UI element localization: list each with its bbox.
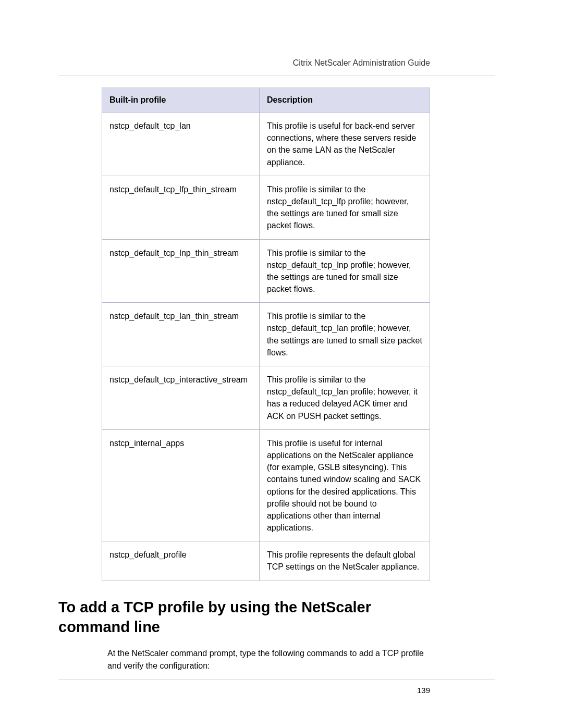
cell-description: This profile represents the default glob… (259, 541, 430, 581)
built-in-profiles-table: Built-in profile Description nstcp_defau… (102, 88, 430, 581)
table-header-row: Built-in profile Description (102, 88, 430, 113)
cell-description: This profile is similar to the nstcp_def… (259, 303, 430, 366)
main-content: Built-in profile Description nstcp_defau… (102, 88, 430, 581)
cell-profile-name: nstcp_default_tcp_lfp_thin_stream (102, 176, 260, 239)
cell-profile-name: nstcp_default_tcp_lan (102, 113, 260, 176)
cell-profile-name: nstcp_default_tcp_lnp_thin_stream (102, 239, 260, 303)
cell-description: This profile is useful for back-end serv… (259, 113, 430, 176)
cell-description: This profile is useful for internal appl… (259, 429, 430, 541)
table-row: nstcp_default_tcp_interactive_stream Thi… (102, 366, 430, 430)
document-page: Citrix NetScaler Administration Guide Bu… (0, 0, 563, 728)
cell-description: This profile is similar to the nstcp_def… (259, 366, 430, 430)
body-paragraph: At the NetScaler command prompt, type th… (107, 647, 430, 671)
cell-profile-name: nstcp_internal_apps (102, 429, 260, 541)
document-running-header: Citrix NetScaler Administration Guide (293, 58, 430, 68)
section-heading: To add a TCP profile by using the NetSca… (58, 598, 430, 637)
table-row: nstcp_defualt_profile This profile repre… (102, 541, 430, 581)
table-row: nstcp_default_tcp_lnp_thin_stream This p… (102, 239, 430, 303)
footer-divider (58, 680, 495, 680)
section-wrap: To add a TCP profile by using the NetSca… (58, 576, 430, 672)
table-row: nstcp_default_tcp_lan_thin_stream This p… (102, 303, 430, 366)
table-row: nstcp_internal_apps This profile is usef… (102, 429, 430, 541)
header-divider (58, 76, 495, 76)
cell-description: This profile is similar to the nstcp_def… (259, 239, 430, 303)
cell-profile-name: nstcp_default_tcp_lan_thin_stream (102, 303, 260, 366)
column-header-profile: Built-in profile (102, 88, 260, 113)
table-row: nstcp_default_tcp_lfp_thin_stream This p… (102, 176, 430, 239)
cell-profile-name: nstcp_defualt_profile (102, 541, 260, 581)
table-row: nstcp_default_tcp_lan This profile is us… (102, 113, 430, 176)
cell-profile-name: nstcp_default_tcp_interactive_stream (102, 366, 260, 430)
cell-description: This profile is similar to the nstcp_def… (259, 176, 430, 239)
column-header-description: Description (259, 88, 430, 113)
page-number: 139 (417, 686, 430, 695)
